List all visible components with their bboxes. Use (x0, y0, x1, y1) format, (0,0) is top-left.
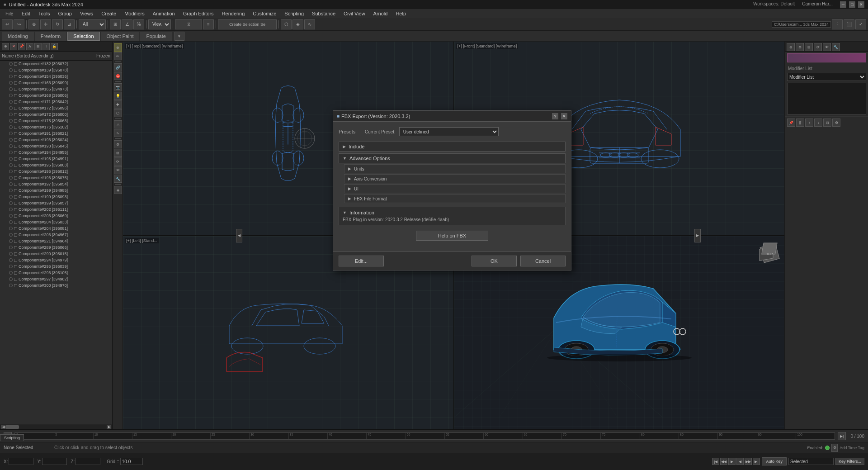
menu-item-group[interactable]: Group (54, 10, 75, 17)
lsb-shape-icon[interactable]: △ (114, 120, 122, 128)
tab-populate[interactable]: Populate (140, 32, 171, 41)
tab-freeform[interactable]: Freeform (35, 32, 67, 41)
tab-modeling[interactable]: Modeling (2, 32, 34, 41)
fbx-close-btn[interactable]: ✕ (561, 113, 567, 119)
lsb-light-icon[interactable]: 💡 (114, 92, 122, 100)
lsb-link-icon[interactable]: 🔗 (114, 63, 122, 71)
scene-item[interactable]: Componente#154 [395036] (0, 73, 112, 80)
menu-item-file[interactable]: File (2, 10, 17, 17)
lsb-display-icon[interactable]: 👁 (114, 166, 122, 174)
scene-item[interactable]: Componente#191 [395021] (0, 130, 112, 137)
scene-explorer-hscroll[interactable]: ◀ ▶ (0, 424, 112, 429)
next-key-btn[interactable]: ▶▶ (745, 458, 752, 465)
hscroll-right[interactable]: ▶ (107, 425, 111, 429)
scene-item[interactable]: Componente#171 [395042] (0, 99, 112, 105)
menu-item-views[interactable]: Views (76, 10, 97, 17)
se-auto-btn[interactable]: A (26, 43, 33, 50)
toolbar-move[interactable]: ✛ (40, 19, 51, 29)
menu-item-substance[interactable]: Substance (308, 10, 339, 17)
se-lock-btn[interactable]: 🔒 (51, 43, 58, 50)
fbx-section-advanced-header[interactable]: ▼ Advanced Options (339, 153, 566, 163)
fbx-export-dialog[interactable]: ■ FBX Export (Version: 2020.3.2) ? ✕ Pre… (333, 110, 571, 271)
key-filters-button[interactable]: Key Filters... (835, 458, 864, 465)
toolbar-extra3[interactable]: ✓ (855, 19, 866, 29)
selected-input[interactable]: Selected (788, 458, 834, 465)
scene-item[interactable]: Componente#204 [395033] (0, 219, 112, 225)
rcp-tab-display[interactable]: 👁 (823, 43, 831, 51)
viewcube[interactable]: TOP (757, 241, 780, 263)
rcp-trash-icon[interactable]: 🗑 (796, 119, 804, 127)
menu-item-arnold[interactable]: Arnold (370, 10, 392, 17)
prev-frame-btn[interactable]: |◀ (712, 458, 719, 465)
lsb-geo-icon[interactable]: ⬡ (114, 109, 122, 117)
scene-item[interactable]: Componente#194 [394955] (0, 149, 112, 156)
lsb-motion-icon[interactable]: ⟳ (114, 157, 122, 166)
se-pin-btn[interactable]: 📌 (18, 43, 25, 50)
menu-item-civil-view[interactable]: Civil View (340, 10, 368, 17)
fbx-subsection-units-header[interactable]: ▶ Units (344, 164, 566, 173)
rcp-tab-modify[interactable]: ⚙ (796, 43, 804, 51)
scene-item[interactable]: Componente#175 [395063] (0, 118, 112, 124)
rcp-tab-hierarchy[interactable]: ⊞ (805, 43, 813, 51)
toolbar-mirror[interactable]: ⧖ (175, 19, 202, 29)
scene-item[interactable]: Componente#193 [395024] (0, 137, 112, 143)
autokey-button[interactable]: Auto Key (762, 457, 787, 465)
scene-item[interactable]: Componente#132 [395072] (0, 61, 112, 67)
lsb-camera-icon[interactable]: 📷 (114, 83, 122, 91)
scene-item[interactable]: Componente#296 [395105] (0, 270, 112, 276)
lsb-paint-icon[interactable]: ✏ (114, 52, 122, 60)
toolbar-extra1[interactable]: ⋮ (832, 19, 843, 29)
play-reverse-btn[interactable]: ◀ (736, 458, 744, 465)
rcp-conf-icon[interactable]: ⚙ (832, 119, 840, 127)
maximize-button[interactable]: □ (849, 1, 855, 8)
rcp-up-icon[interactable]: ↑ (805, 119, 813, 127)
expand-right-handle[interactable]: ▶ (694, 229, 701, 242)
z-input[interactable] (75, 458, 100, 465)
se-close-btn[interactable]: ✕ (10, 43, 17, 50)
scene-item[interactable]: Componente#168 [395006] (0, 92, 112, 99)
x-input[interactable] (9, 458, 33, 465)
hscroll-thumb[interactable] (5, 425, 19, 429)
scene-item[interactable]: Componente#163 [395099] (0, 80, 112, 86)
scene-item[interactable]: Componente#197 [395054] (0, 181, 112, 187)
toolbar-render[interactable]: ⬡ (281, 19, 292, 29)
close-button[interactable]: ✕ (858, 1, 864, 8)
scene-item[interactable]: Componente#221 [394964] (0, 238, 112, 244)
menu-item-scripting[interactable]: Scripting (281, 10, 307, 17)
fbx-ok-button[interactable]: OK (472, 256, 517, 266)
menu-item-help[interactable]: Help (392, 10, 410, 17)
toolbar-extra2[interactable]: ⬛ (844, 19, 854, 29)
menu-item-edit[interactable]: Edit (18, 10, 34, 17)
scene-item[interactable]: Componente#295 [395039] (0, 263, 112, 270)
se-filter-btn[interactable]: ⊕ (2, 43, 9, 50)
fbx-help-button[interactable]: Help on FBX (416, 231, 488, 241)
fbx-subsection-format-header[interactable]: ▶ FBX File Format (344, 194, 566, 203)
scene-item[interactable]: Componente#300 [394970] (0, 282, 112, 289)
scene-item[interactable]: Componente#176 [395102] (0, 124, 112, 130)
scripting-tab[interactable]: Scripting (0, 434, 24, 441)
lsb-helper-icon[interactable]: ✚ (114, 100, 122, 109)
enabled-settings-btn[interactable]: ⚙ (831, 444, 838, 452)
rcp-down-icon[interactable]: ↓ (814, 119, 822, 127)
grid-input[interactable]: 10.0 (120, 458, 143, 465)
toolbar-select[interactable]: ⊕ (28, 19, 39, 29)
scene-item[interactable]: Componente#195 [394991] (0, 156, 112, 162)
menu-item-customize[interactable]: Customize (249, 10, 280, 17)
se-up-btn[interactable]: ↑ (42, 43, 50, 50)
filter-dropdown[interactable]: All (79, 19, 106, 29)
scene-item[interactable]: Componente#206 [394967] (0, 232, 112, 238)
scene-item[interactable]: Componente#199 [395093] (0, 194, 112, 200)
toolbar-angle-snap[interactable]: ∠ (122, 19, 132, 29)
menu-item-rendering[interactable]: Rendering (218, 10, 249, 17)
lsb-curve-icon[interactable]: ∿ (114, 129, 122, 137)
hscroll-left[interactable]: ◀ (1, 425, 5, 429)
scene-item[interactable]: Componente#204 [395081] (0, 225, 112, 232)
toolbar-material[interactable]: ◈ (292, 19, 303, 29)
fbx-help-icon-btn[interactable]: ? (552, 113, 558, 119)
prev-key-btn[interactable]: ◀◀ (720, 458, 727, 465)
toolbar-curve[interactable]: ∿ (304, 19, 315, 29)
menu-item-graph-editors[interactable]: Graph Editors (179, 10, 217, 17)
toolbar-redo[interactable]: ↪ (14, 19, 24, 29)
scene-item[interactable]: Componente#203 [395069] (0, 213, 112, 219)
scene-item[interactable]: Componente#297 [394982] (0, 276, 112, 282)
